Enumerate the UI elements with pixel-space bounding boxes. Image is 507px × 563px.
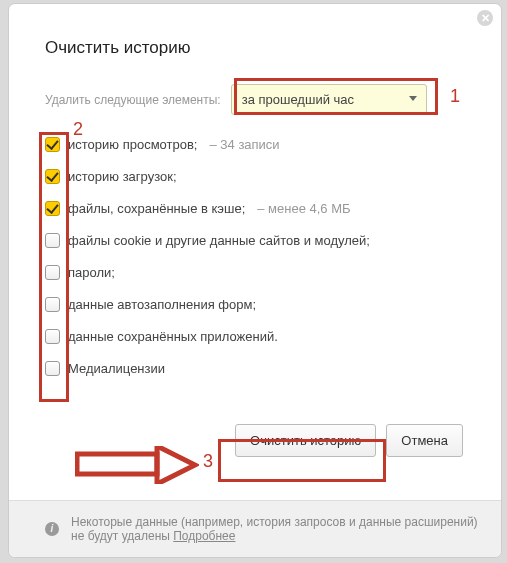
info-icon: i [45, 522, 59, 536]
dialog-content: Очистить историю Удалить следующие элеме… [9, 4, 501, 457]
option-checkbox[interactable] [45, 265, 60, 280]
timerange-value: за прошедший час [242, 92, 354, 107]
options-list: историю просмотров; – 34 записиисторию з… [45, 137, 467, 376]
footer-text-wrap: Некоторые данные (например, история запр… [71, 515, 481, 543]
option-checkbox[interactable] [45, 137, 60, 152]
footer-link[interactable]: Подробнее [173, 529, 235, 543]
option-row: файлы cookie и другие данные сайтов и мо… [45, 233, 467, 248]
option-checkbox[interactable] [45, 233, 60, 248]
timerange-label: Удалить следующие элементы: [45, 93, 221, 107]
option-suffix: – менее 4,6 МБ [257, 201, 350, 216]
option-checkbox[interactable] [45, 169, 60, 184]
chevron-down-icon [409, 96, 417, 101]
timerange-select-wrap: за прошедший час [231, 84, 427, 115]
option-label: данные сохранённых приложений. [68, 329, 278, 344]
option-row: файлы, сохранённые в кэше; – менее 4,6 М… [45, 201, 467, 216]
close-icon[interactable]: ✕ [477, 10, 493, 26]
option-suffix: – 34 записи [209, 137, 279, 152]
option-checkbox[interactable] [45, 201, 60, 216]
dialog-title: Очистить историю [45, 38, 467, 58]
option-label: Медиалицензии [68, 361, 165, 376]
option-checkbox[interactable] [45, 329, 60, 344]
timerange-select[interactable]: за прошедший час [231, 84, 427, 115]
option-row: данные сохранённых приложений. [45, 329, 467, 344]
timerange-row: Удалить следующие элементы: за прошедший… [45, 84, 467, 115]
footer: i Некоторые данные (например, история за… [9, 500, 501, 557]
option-row: Медиалицензии [45, 361, 467, 376]
svg-rect-0 [77, 454, 157, 474]
clear-history-button[interactable]: Очистить историю [235, 424, 376, 457]
button-row: Очистить историю Отмена [45, 424, 467, 457]
option-row: историю просмотров; – 34 записи [45, 137, 467, 152]
option-row: историю загрузок; [45, 169, 467, 184]
option-label: пароли; [68, 265, 115, 280]
option-label: данные автозаполнения форм; [68, 297, 256, 312]
option-checkbox[interactable] [45, 297, 60, 312]
option-label: файлы, сохранённые в кэше; [68, 201, 245, 216]
option-label: историю загрузок; [68, 169, 177, 184]
option-row: пароли; [45, 265, 467, 280]
option-checkbox[interactable] [45, 361, 60, 376]
cancel-button[interactable]: Отмена [386, 424, 463, 457]
footer-text: Некоторые данные (например, история запр… [71, 515, 478, 543]
option-label: историю просмотров; [68, 137, 197, 152]
clear-history-dialog: ✕ Очистить историю Удалить следующие эле… [8, 3, 502, 558]
option-label: файлы cookie и другие данные сайтов и мо… [68, 233, 370, 248]
option-row: данные автозаполнения форм; [45, 297, 467, 312]
